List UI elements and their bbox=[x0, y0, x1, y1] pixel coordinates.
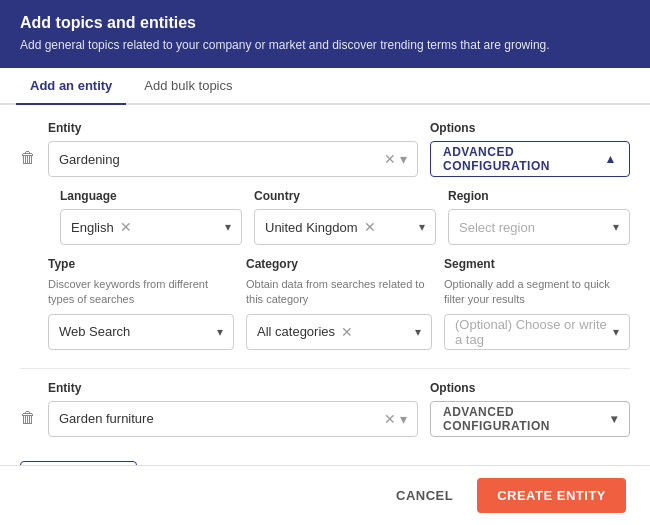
country-clear-icon[interactable]: ✕ bbox=[364, 219, 376, 235]
type-cat-seg-row: Type Discover keywords from different ty… bbox=[48, 257, 630, 350]
entity-2-options-label: Options bbox=[430, 381, 630, 395]
entity-1-input-wrapper[interactable]: ✕ ▾ bbox=[48, 141, 418, 177]
entity-1-input[interactable] bbox=[59, 152, 380, 167]
header: Add topics and entities Add general topi… bbox=[0, 0, 650, 68]
entity-1-label: Entity bbox=[48, 121, 418, 135]
region-arrow-icon: ▾ bbox=[613, 220, 619, 234]
content-area: 🗑 Entity ✕ ▾ Options ADVANCED CONFIGURAT… bbox=[0, 105, 650, 475]
entity-2-field: Entity ✕ ▾ bbox=[48, 381, 418, 437]
entity-2-input[interactable] bbox=[59, 411, 380, 426]
entity-2-clear-icon[interactable]: ✕ bbox=[384, 411, 396, 427]
entity-2-label: Entity bbox=[48, 381, 418, 395]
entity-2-input-wrapper[interactable]: ✕ ▾ bbox=[48, 401, 418, 437]
advanced-config-1-chevron: ▲ bbox=[605, 152, 617, 166]
segment-arrow-icon: ▾ bbox=[613, 325, 619, 339]
divider bbox=[20, 368, 630, 369]
tabs-bar: Add an entity Add bulk topics bbox=[0, 68, 650, 105]
category-field: Category Obtain data from searches relat… bbox=[246, 257, 432, 350]
entity-1-options: Options ADVANCED CONFIGURATION ▲ bbox=[430, 121, 630, 177]
segment-label: Segment bbox=[444, 257, 630, 271]
entity-1-field: Entity ✕ ▾ bbox=[48, 121, 418, 177]
region-select[interactable]: Select region ▾ bbox=[448, 209, 630, 245]
entity-1-options-label: Options bbox=[430, 121, 630, 135]
language-label: Language bbox=[60, 189, 242, 203]
cancel-button[interactable]: CANCEL bbox=[384, 480, 465, 511]
type-select[interactable]: Web Search ▾ bbox=[48, 314, 234, 350]
language-field: Language English ✕ ▾ bbox=[60, 189, 242, 245]
entity-row-2: 🗑 Entity ✕ ▾ Options ADVANCED CONFIGURAT… bbox=[20, 381, 630, 437]
page-title: Add topics and entities bbox=[20, 14, 630, 32]
entity-2-options: Options ADVANCED CONFIGURATION ▾ bbox=[430, 381, 630, 437]
type-field: Type Discover keywords from different ty… bbox=[48, 257, 234, 350]
category-desc: Obtain data from searches related to thi… bbox=[246, 277, 432, 308]
segment-field: Segment Optionally add a segment to quic… bbox=[444, 257, 630, 350]
tab-add-bulk[interactable]: Add bulk topics bbox=[130, 68, 246, 103]
language-clear-icon[interactable]: ✕ bbox=[120, 219, 132, 235]
type-arrow-icon: ▾ bbox=[217, 325, 223, 339]
entity-row-1: 🗑 Entity ✕ ▾ Options ADVANCED CONFIGURAT… bbox=[20, 121, 630, 177]
type-desc: Discover keywords from different types o… bbox=[48, 277, 234, 308]
delete-entity-1-icon[interactable]: 🗑 bbox=[20, 149, 36, 167]
country-arrow-icon: ▾ bbox=[419, 220, 425, 234]
advanced-config-2-chevron: ▾ bbox=[611, 412, 618, 426]
country-label: Country bbox=[254, 189, 436, 203]
entity-block-1: 🗑 Entity ✕ ▾ Options ADVANCED CONFIGURAT… bbox=[20, 121, 630, 350]
delete-entity-2-icon[interactable]: 🗑 bbox=[20, 409, 36, 427]
entity-2-dropdown-icon[interactable]: ▾ bbox=[400, 411, 407, 427]
entity-1-clear-icon[interactable]: ✕ bbox=[384, 151, 396, 167]
language-select[interactable]: English ✕ ▾ bbox=[60, 209, 242, 245]
region-label: Region bbox=[448, 189, 630, 203]
country-field: Country United Kingdom ✕ ▾ bbox=[254, 189, 436, 245]
category-select[interactable]: All categories ✕ ▾ bbox=[246, 314, 432, 350]
create-entity-button[interactable]: CREATE ENTITY bbox=[477, 478, 626, 513]
category-arrow-icon: ▾ bbox=[415, 325, 421, 339]
entity-1-dropdown-icon[interactable]: ▾ bbox=[400, 151, 407, 167]
footer: CANCEL CREATE ENTITY bbox=[0, 465, 650, 525]
language-arrow-icon: ▾ bbox=[225, 220, 231, 234]
type-label: Type bbox=[48, 257, 234, 271]
country-select[interactable]: United Kingdom ✕ ▾ bbox=[254, 209, 436, 245]
advanced-config-2-button[interactable]: ADVANCED CONFIGURATION ▾ bbox=[430, 401, 630, 437]
type-cat-seg-block: Type Discover keywords from different ty… bbox=[48, 257, 630, 350]
lang-country-region-row: Language English ✕ ▾ Country United King… bbox=[20, 189, 630, 245]
tab-add-entity[interactable]: Add an entity bbox=[16, 68, 126, 103]
segment-select[interactable]: (Optional) Choose or write a tag ▾ bbox=[444, 314, 630, 350]
category-label: Category bbox=[246, 257, 432, 271]
region-field: Region Select region ▾ bbox=[448, 189, 630, 245]
entity-block-2: 🗑 Entity ✕ ▾ Options ADVANCED CONFIGURAT… bbox=[20, 381, 630, 437]
segment-desc: Optionally add a segment to quick filter… bbox=[444, 277, 630, 308]
page-subtitle: Add general topics related to your compa… bbox=[20, 38, 630, 52]
category-clear-icon[interactable]: ✕ bbox=[341, 324, 353, 340]
advanced-config-1-button[interactable]: ADVANCED CONFIGURATION ▲ bbox=[430, 141, 630, 177]
